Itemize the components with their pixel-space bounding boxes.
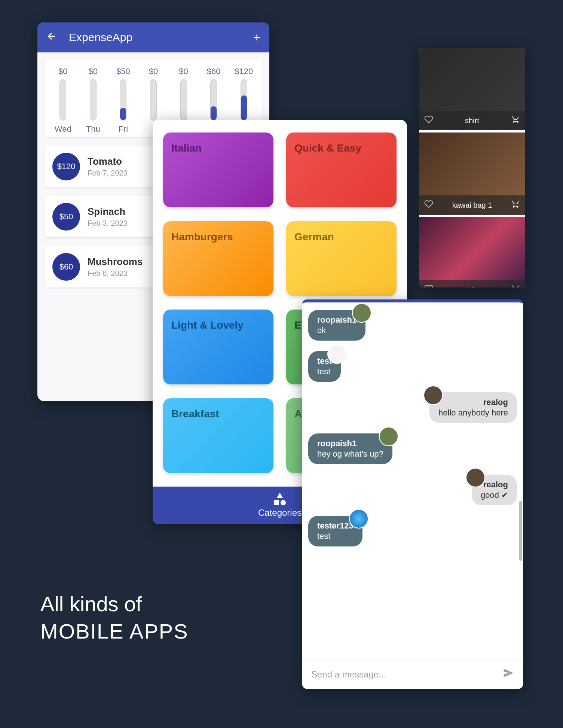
heart-icon[interactable]	[424, 199, 433, 211]
expense-date: Feb 6, 2023	[88, 269, 143, 278]
app-title: ExpenseApp	[69, 31, 132, 44]
chat-bubble: testtest	[308, 351, 341, 382]
avatar[interactable]	[327, 344, 347, 364]
shop-item[interactable]: idk	[419, 217, 525, 287]
back-arrow-icon[interactable]	[46, 31, 57, 44]
chat-username: roopaish1	[317, 315, 357, 325]
bar-value: $60	[207, 67, 221, 76]
chart-bar: $50Fri	[110, 67, 136, 134]
send-icon[interactable]	[503, 667, 514, 681]
categories-icon	[273, 493, 287, 506]
chat-message: tester123test	[308, 516, 517, 546]
chat-message: roopaish1ok	[308, 310, 517, 341]
chat-text: test	[317, 531, 354, 541]
chat-text: ok	[317, 326, 357, 335]
chat-bubble: realoggood ✔	[472, 475, 517, 505]
bar-track	[210, 79, 217, 121]
product-name: kawai bag 1	[433, 201, 511, 210]
avatar[interactable]	[423, 386, 443, 405]
chat-text: hey og what's up?	[317, 449, 383, 459]
avatar[interactable]	[349, 509, 368, 529]
category-tile[interactable]: Breakfast	[163, 398, 273, 473]
shop-item[interactable]: kawai bag 1	[419, 132, 525, 215]
message-input[interactable]: Send a message...	[311, 669, 503, 680]
bar-value: $120	[235, 67, 253, 76]
bar-value: $0	[179, 67, 188, 76]
cart-icon[interactable]	[511, 115, 520, 126]
category-tile[interactable]: Hamburgers	[163, 221, 273, 296]
cart-icon[interactable]	[511, 284, 520, 287]
chat-text: good ✔	[481, 490, 508, 500]
chat-input-bar: Send a message...	[302, 660, 523, 689]
shop-item[interactable]: shirt	[419, 48, 525, 130]
avatar[interactable]	[379, 427, 398, 446]
chart-bar: $0Thu	[80, 67, 106, 134]
chat-bubble: roopaish1hey og what's up?	[308, 433, 392, 464]
heart-icon[interactable]	[424, 115, 433, 126]
chat-bubble: roopaish1ok	[308, 310, 365, 341]
chat-username: realog	[481, 480, 508, 490]
expense-name: Mushrooms	[88, 256, 143, 268]
expense-app-header: ExpenseApp +	[37, 22, 269, 52]
avatar[interactable]	[352, 303, 371, 323]
bar-day: Wed	[55, 124, 71, 134]
expense-name: Tomato	[88, 156, 128, 167]
expense-amount: $60	[52, 253, 80, 281]
bar-track	[59, 79, 66, 121]
scroll-bar[interactable]	[519, 501, 522, 561]
chat-text: hello anybody here	[438, 408, 508, 418]
product-image	[419, 217, 525, 287]
category-tile[interactable]: Light & Lovely	[163, 310, 273, 384]
bar-value: $0	[58, 67, 67, 76]
product-bar: shirt	[419, 111, 525, 130]
chat-message: roopaish1hey og what's up?	[308, 433, 517, 464]
bar-track	[90, 79, 97, 121]
chart-bar: $0Wed	[50, 67, 76, 134]
category-tile[interactable]: Quick & Easy	[286, 132, 397, 207]
bar-track	[150, 79, 157, 121]
bar-value: $0	[149, 67, 158, 76]
chat-text: test	[317, 367, 332, 377]
cart-icon[interactable]	[511, 199, 520, 211]
expense-amount: $50	[52, 203, 80, 231]
chat-app-screen: roopaish1oktesttestrealoghello anybody h…	[302, 299, 523, 689]
bar-track	[180, 79, 187, 121]
expense-name: Spinach	[88, 206, 128, 217]
product-bar: idk	[419, 280, 525, 287]
avatar[interactable]	[466, 468, 485, 487]
product-bar: kawai bag 1	[419, 195, 525, 215]
expense-date: Feb 3, 2023	[88, 219, 128, 228]
promo-caption: All kinds of MOBILE APPS	[40, 591, 189, 645]
chat-username: realog	[438, 397, 508, 407]
caption-line2: MOBILE APPS	[40, 618, 189, 645]
product-name: idk	[433, 286, 511, 288]
product-name: shirt	[433, 116, 511, 125]
chat-message: realoggood ✔	[308, 475, 517, 505]
bar-value: $0	[89, 67, 98, 76]
chat-bubble: realoghello anybody here	[429, 392, 517, 423]
heart-icon[interactable]	[424, 284, 433, 287]
chat-username: tester123	[317, 521, 354, 531]
category-tile[interactable]: German	[286, 221, 397, 296]
chat-message: testtest	[308, 351, 517, 382]
bar-track	[241, 79, 247, 121]
bar-day: Fri	[119, 124, 128, 134]
chat-bubble: tester123test	[308, 516, 362, 546]
shop-app-screen: shirtkawai bag 1idk	[419, 48, 525, 287]
category-tile[interactable]: Italian	[163, 132, 273, 207]
categories-nav-label: Categories	[258, 508, 302, 518]
bar-value: $50	[116, 67, 130, 76]
chat-message: realoghello anybody here	[308, 392, 517, 423]
expense-amount: $120	[52, 153, 80, 180]
add-icon[interactable]: +	[253, 31, 260, 45]
caption-line1: All kinds of	[40, 591, 189, 618]
chat-username: roopaish1	[317, 439, 383, 448]
bar-track	[120, 79, 126, 121]
bar-day: Thu	[86, 124, 100, 134]
expense-date: Feb 7, 2023	[88, 169, 128, 177]
